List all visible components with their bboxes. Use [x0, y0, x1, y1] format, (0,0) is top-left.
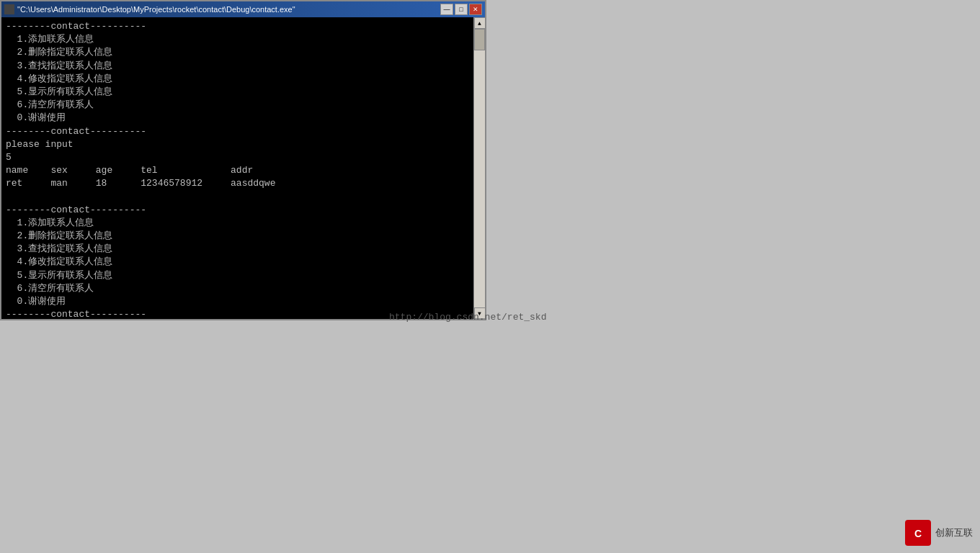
window-title: "C:\Users\Administrator\Desktop\MyProjec…	[17, 5, 295, 14]
scroll-up-button[interactable]: ▲	[474, 17, 486, 29]
watermark-text: http://blog.csdn.net/ret_skd	[389, 312, 546, 323]
content-area: --------contact---------- 1.添加联系人信息 2.删除…	[1, 17, 485, 319]
csdn-logo: C 创新互联	[905, 520, 973, 546]
terminal-output[interactable]: --------contact---------- 1.添加联系人信息 2.删除…	[1, 17, 473, 319]
app-icon	[4, 4, 14, 14]
window-controls: — □ ✕	[440, 4, 482, 15]
watermark: http://blog.csdn.net/ret_skd	[389, 312, 546, 323]
maximize-button[interactable]: □	[455, 4, 468, 15]
title-bar: "C:\Users\Administrator\Desktop\MyProjec…	[1, 1, 485, 17]
scrollbar[interactable]: ▲ ▼	[473, 17, 485, 319]
csdn-label: 创新互联	[935, 526, 973, 539]
svg-text:C: C	[914, 528, 922, 539]
scroll-thumb[interactable]	[474, 29, 485, 50]
csdn-icon: C	[905, 520, 931, 546]
title-text: "C:\Users\Administrator\Desktop\MyProjec…	[4, 4, 295, 14]
terminal-window: "C:\Users\Administrator\Desktop\MyProjec…	[0, 0, 486, 320]
minimize-button[interactable]: —	[440, 4, 453, 15]
scroll-track	[474, 29, 485, 307]
close-button[interactable]: ✕	[469, 4, 482, 15]
